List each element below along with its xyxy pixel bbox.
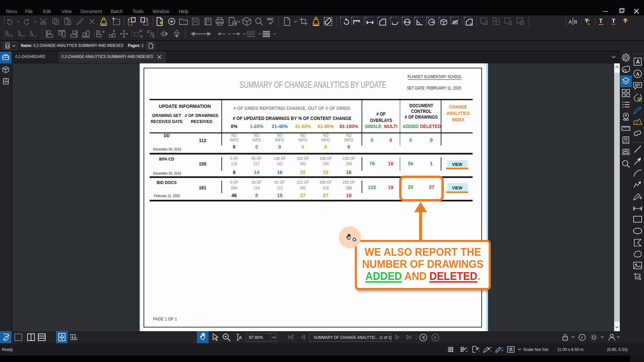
svg-text:B: B <box>574 19 577 24</box>
svg-text:T: T <box>585 18 589 24</box>
svg-text:JS: JS <box>4 335 7 338</box>
svg-text:i: i <box>581 335 583 340</box>
svg-text:ABC: ABC <box>267 17 274 21</box>
svg-text:A: A <box>636 59 640 65</box>
svg-text:T: T <box>612 18 615 24</box>
svg-text:T: T <box>599 18 603 24</box>
svg-text:A: A <box>636 71 640 77</box>
svg-text:3D: 3D <box>4 68 6 70</box>
svg-text:A: A <box>239 335 242 340</box>
svg-text:T: T <box>624 18 627 24</box>
svg-text:A: A <box>569 19 572 24</box>
